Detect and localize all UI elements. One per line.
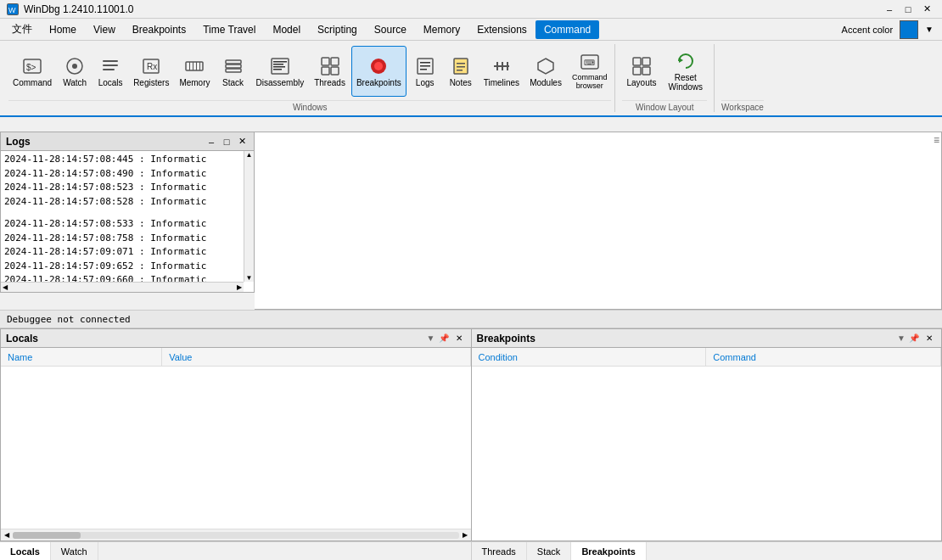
minimize-button[interactable]: – (881, 2, 898, 17)
svg-rect-13 (193, 62, 193, 70)
svg-rect-23 (273, 69, 282, 70)
accent-dropdown-icon[interactable]: ▼ (925, 25, 934, 34)
svg-point-5 (72, 64, 77, 69)
ribbon-btn-layouts[interactable]: Layouts (622, 46, 660, 97)
ribbon-btn-layouts-label: Layouts (626, 78, 656, 87)
locals-close-btn[interactable]: ✕ (452, 332, 466, 345)
menu-command[interactable]: Command (535, 20, 599, 39)
svg-rect-48 (642, 67, 650, 75)
ribbon-btn-modules[interactable]: Modules (525, 46, 566, 97)
svg-marker-42 (538, 59, 553, 74)
logs-minimize-btn[interactable]: – (205, 135, 218, 148)
locals-pin-btn[interactable]: 📌 (437, 332, 451, 345)
logs-content: 2024-11-28:14:57:08:445 : Informatic 202… (1, 151, 254, 292)
ribbon-btn-memory[interactable]: Memory (175, 46, 214, 97)
tab-locals[interactable]: Locals (0, 542, 51, 560)
svg-text:⌨: ⌨ (584, 59, 595, 67)
menu-home[interactable]: Home (41, 20, 85, 39)
ribbon-btn-disassembly[interactable]: Disassembly (252, 46, 309, 97)
tab-breakpoints[interactable]: Breakpoints (571, 542, 647, 560)
left-tab-bar: Locals Watch (0, 542, 471, 560)
filter-icon[interactable]: ≡ (934, 134, 939, 146)
ribbon-btn-watch[interactable]: Watch (58, 46, 92, 97)
svg-rect-21 (273, 64, 283, 65)
svg-point-29 (374, 62, 383, 70)
logs-hscroll[interactable]: ◀ ▶ (1, 282, 244, 292)
locals-scrollbar[interactable]: ◀ ▶ (1, 529, 471, 540)
disassembly-icon (270, 56, 290, 76)
ribbon-btn-command[interactable]: $> Command (8, 46, 56, 97)
app-icon: W (7, 3, 19, 15)
menu-view[interactable]: View (85, 20, 124, 39)
menu-breakpoints[interactable]: Breakpoints (124, 20, 194, 39)
logs-panel: Logs – □ ✕ 2024-11-28:14:57:08:445 : Inf… (0, 132, 255, 293)
ribbon-btn-locals[interactable]: Locals (93, 46, 127, 97)
svg-rect-41 (507, 62, 508, 70)
tab-stack[interactable]: Stack (527, 542, 572, 560)
ribbon-btn-notes-label: Notes (450, 78, 472, 87)
svg-rect-32 (420, 65, 430, 67)
registers-icon: Rx (141, 56, 161, 76)
breakpoints-pin-btn[interactable]: 📌 (907, 332, 921, 345)
log-line: 2024-11-28:14:57:08:533 : Informatic (4, 217, 250, 232)
close-button[interactable]: ✕ (918, 2, 935, 17)
svg-rect-12 (189, 62, 190, 70)
locals-panel-header: Locals ▼ 📌 ✕ (1, 329, 471, 348)
watch-icon (64, 56, 85, 76)
ribbon-btn-timelines[interactable]: Timelines (479, 46, 524, 97)
log-line: 2024-11-28:14:57:08:528 : Informatic (4, 195, 250, 210)
modules-icon (535, 56, 556, 76)
ribbon-btn-logs[interactable]: Logs (408, 46, 442, 97)
ribbon-btn-modules-label: Modules (530, 78, 562, 87)
menu-file[interactable]: 文件 (3, 20, 41, 39)
ribbon: $> Command Watch (0, 41, 942, 117)
menu-source[interactable]: Source (366, 20, 415, 39)
menu-scripting[interactable]: Scripting (309, 20, 366, 39)
panels-row: Locals ▼ 📌 ✕ Name Value ◀ ▶ (0, 328, 942, 541)
logs-close-btn[interactable]: ✕ (235, 135, 249, 148)
svg-rect-24 (322, 58, 329, 65)
ribbon-btn-notes[interactable]: Notes (444, 46, 478, 97)
ribbon-btn-breakpoints[interactable]: Breakpoints (351, 46, 407, 97)
menu-extensions[interactable]: Extensions (468, 20, 535, 39)
svg-rect-7 (103, 64, 118, 66)
breakpoints-col-command: Command (706, 348, 941, 366)
svg-rect-27 (331, 67, 339, 75)
svg-text:$>: $> (26, 63, 36, 72)
log-line: 2024-11-28:14:57:08:445 : Informatic (4, 153, 250, 167)
svg-rect-47 (633, 67, 641, 75)
layouts-icon (631, 56, 652, 76)
svg-rect-26 (322, 67, 329, 75)
app-title: WinDbg 1.2410.11001.0 (24, 3, 133, 15)
accent-color-box[interactable] (900, 20, 918, 39)
ribbon-btn-stack[interactable]: Stack (216, 46, 250, 97)
menu-timetravel[interactable]: Time Travel (194, 20, 264, 39)
command-bar-text: Debuggee not connected (7, 314, 131, 325)
ribbon-btn-locals-label: Locals (98, 78, 123, 87)
locals-table-header: Name Value (1, 348, 471, 367)
tab-threads[interactable]: Threads (472, 542, 527, 560)
svg-rect-22 (273, 66, 285, 68)
maximize-button[interactable]: □ (900, 2, 917, 17)
svg-text:W: W (8, 6, 16, 14)
svg-rect-37 (457, 70, 463, 71)
tab-watch[interactable]: Watch (51, 542, 98, 560)
ribbon-btn-registers[interactable]: Rx Registers (129, 46, 173, 97)
breakpoints-close-btn[interactable]: ✕ (922, 332, 936, 345)
locals-dropdown-icon[interactable]: ▼ (427, 333, 435, 343)
locals-col-name: Name (1, 348, 162, 366)
bottom-tab-row: Locals Watch Threads Stack Breakpoints (0, 541, 942, 560)
svg-rect-35 (457, 63, 465, 64)
menu-memory[interactable]: Memory (415, 20, 468, 39)
breakpoints-dropdown-icon[interactable]: ▼ (897, 333, 906, 343)
logs-vscroll[interactable]: ▲ ▼ (244, 151, 254, 282)
menu-model[interactable]: Model (264, 20, 309, 39)
breakpoints-panel: Breakpoints ▼ 📌 ✕ Condition Command (472, 328, 943, 541)
log-line: 2024-11-28:14:57:08:490 : Informatic (4, 167, 250, 182)
ribbon-btn-reset-windows[interactable]: ResetWindows (664, 46, 707, 97)
logs-restore-btn[interactable]: □ (220, 135, 233, 148)
ribbon-btn-command-browser[interactable]: ⌨ Commandbrowser (568, 46, 612, 97)
ribbon-btn-threads[interactable]: Threads (310, 46, 350, 97)
breakpoints-panel-header: Breakpoints ▼ 📌 ✕ (472, 329, 942, 348)
locals-panel: Locals ▼ 📌 ✕ Name Value ◀ ▶ (0, 328, 472, 541)
